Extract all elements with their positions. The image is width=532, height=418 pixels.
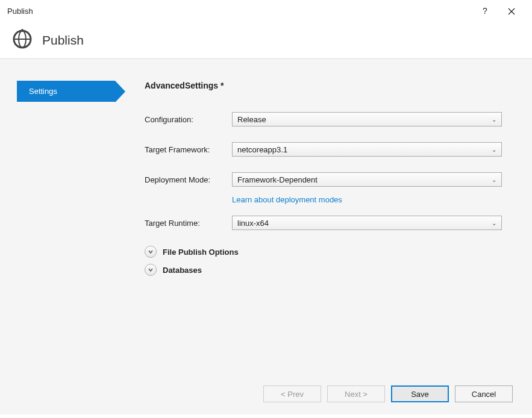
chevron-down-icon: ⌄ <box>492 176 496 183</box>
prev-button: < Prev <box>263 385 321 402</box>
deployment-mode-row: Deployment Mode: Framework-Dependent ⌄ <box>145 172 502 187</box>
deployment-mode-link-row: Learn about deployment modes <box>145 194 502 205</box>
target-runtime-row: Target Runtime: linux-x64 ⌄ <box>145 216 502 230</box>
sidebar-item-label: Settings <box>29 87 57 96</box>
dialog-header: Publish <box>0 22 532 59</box>
main-panel: AdvancedSettings * Configuration: Releas… <box>145 81 532 276</box>
next-button: Next > <box>327 385 385 402</box>
learn-deployment-modes-link[interactable]: Learn about deployment modes <box>232 195 342 204</box>
databases-label: Databases <box>163 266 202 275</box>
target-framework-label: Target Framework: <box>145 145 232 154</box>
chevron-down-icon: ⌄ <box>492 146 496 153</box>
databases-expander[interactable]: Databases <box>145 264 502 276</box>
target-runtime-label: Target Runtime: <box>145 219 232 228</box>
target-runtime-value: linux-x64 <box>237 219 269 228</box>
configuration-dropdown[interactable]: Release ⌄ <box>232 112 502 126</box>
help-button[interactable]: ? <box>472 6 498 16</box>
close-icon <box>508 8 515 15</box>
close-button[interactable] <box>498 7 525 16</box>
configuration-row: Configuration: Release ⌄ <box>145 112 502 126</box>
deployment-mode-value: Framework-Dependent <box>237 175 318 184</box>
chevron-down-icon: ⌄ <box>492 116 496 123</box>
chevron-down-icon: ⌄ <box>492 220 496 226</box>
content-area: Settings AdvancedSettings * Configuratio… <box>0 59 532 414</box>
configuration-value: Release <box>237 115 266 124</box>
titlebar: Publish ? <box>0 0 532 22</box>
sidebar: Settings <box>17 81 115 102</box>
page-title: Publish <box>42 33 84 48</box>
target-runtime-dropdown[interactable]: linux-x64 ⌄ <box>232 216 502 230</box>
sidebar-item-settings[interactable]: Settings <box>17 81 115 102</box>
globe-publish-icon <box>12 29 33 52</box>
file-publish-options-expander[interactable]: File Publish Options <box>145 246 502 258</box>
target-framework-value: netcoreapp3.1 <box>237 145 287 154</box>
deployment-mode-dropdown[interactable]: Framework-Dependent ⌄ <box>232 172 502 187</box>
window-title: Publish <box>7 7 472 16</box>
chevron-down-circle-icon <box>145 264 157 276</box>
file-publish-options-label: File Publish Options <box>163 248 239 257</box>
button-bar: < Prev Next > Save Cancel <box>263 385 513 402</box>
target-framework-dropdown[interactable]: netcoreapp3.1 ⌄ <box>232 142 502 157</box>
section-heading: AdvancedSettings * <box>145 81 502 90</box>
configuration-label: Configuration: <box>145 115 232 124</box>
target-framework-row: Target Framework: netcoreapp3.1 ⌄ <box>145 142 502 157</box>
deployment-mode-label: Deployment Mode: <box>145 175 232 184</box>
cancel-button[interactable]: Cancel <box>455 385 513 402</box>
chevron-down-circle-icon <box>145 246 157 258</box>
save-button[interactable]: Save <box>391 385 449 402</box>
